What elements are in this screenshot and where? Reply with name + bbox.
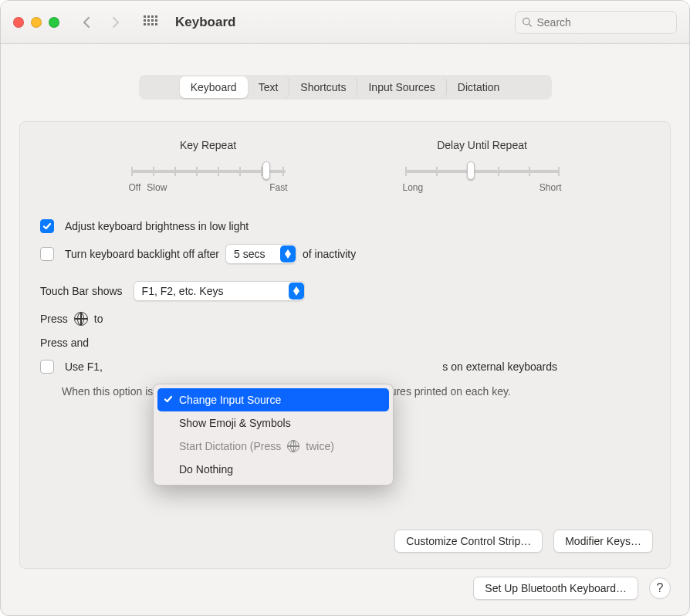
- brightness-label: Adjust keyboard brightness in low light: [65, 220, 249, 232]
- dropdown-option-label: Do Nothing: [179, 463, 233, 476]
- zoom-window-button[interactable]: [49, 17, 59, 28]
- customize-control-strip-button[interactable]: Customize Control Strip…: [394, 530, 543, 553]
- dropdown-option-show-emoji[interactable]: Show Emoji & Symbols: [157, 411, 389, 435]
- minimize-window-button[interactable]: [31, 17, 42, 28]
- svg-marker-17: [293, 291, 299, 296]
- window-title: Keyboard: [175, 15, 235, 30]
- preferences-window: Keyboard Keyboard Text Shortcuts Input S…: [0, 0, 690, 616]
- fkeys-label-before: Use F1,: [65, 360, 103, 373]
- select-arrows-icon: [289, 283, 304, 300]
- tab-bar: Keyboard Text Shortcuts Input Sources Di…: [139, 75, 552, 100]
- dropdown-option-label: Change Input Source: [179, 394, 281, 406]
- grid-icon: [144, 15, 157, 29]
- press-globe-before: Press: [40, 313, 68, 325]
- backlight-checkbox[interactable]: [40, 247, 54, 261]
- delay-repeat-group: Delay Until Repeat Long Short: [360, 139, 604, 193]
- titlebar: Keyboard: [1, 1, 689, 44]
- globe-icon: [74, 312, 88, 326]
- fkeys-checkbox[interactable]: [40, 360, 54, 374]
- svg-rect-3: [155, 15, 157, 18]
- search-input[interactable]: [536, 16, 670, 29]
- svg-rect-2: [151, 15, 154, 18]
- window-controls: [13, 17, 59, 28]
- press-and-label: Press and: [40, 337, 89, 349]
- close-window-button[interactable]: [13, 17, 24, 28]
- checkmark-icon: [164, 394, 173, 406]
- key-repeat-fast-label: Fast: [269, 182, 287, 193]
- svg-rect-5: [147, 19, 150, 22]
- content-area: Keyboard Text Shortcuts Input Sources Di…: [1, 44, 689, 587]
- key-repeat-off-label: Off: [129, 182, 141, 193]
- window-footer: Set Up Bluetooth Keyboard… ?: [473, 577, 671, 600]
- press-and-row: Press and: [40, 337, 650, 349]
- select-arrows-icon: [280, 245, 296, 262]
- backlight-label-before: Turn keyboard backlight off after: [65, 248, 219, 260]
- tab-input-sources[interactable]: Input Sources: [357, 76, 446, 98]
- touchbar-row: Touch Bar shows F1, F2, etc. Keys: [40, 281, 650, 301]
- delay-long-label: Long: [403, 182, 424, 193]
- globe-icon: [287, 440, 299, 452]
- key-repeat-title: Key Repeat: [180, 139, 236, 151]
- backlight-row: Turn keyboard backlight off after 5 secs…: [40, 244, 650, 264]
- key-repeat-group: Key Repeat OffSlow Fast: [86, 139, 330, 193]
- dropdown-option-do-nothing[interactable]: Do Nothing: [157, 458, 389, 481]
- show-all-button[interactable]: [140, 12, 161, 33]
- svg-line-13: [529, 24, 531, 26]
- tab-dictation[interactable]: Dictation: [447, 76, 510, 98]
- panel-footer: Customize Control Strip… Modifier Keys…: [394, 530, 653, 553]
- svg-rect-6: [151, 19, 154, 22]
- brightness-row: Adjust keyboard brightness in low light: [40, 219, 650, 233]
- svg-marker-15: [285, 254, 291, 259]
- press-globe-after: to: [94, 313, 103, 325]
- touchbar-label: Touch Bar shows: [40, 285, 123, 297]
- help-button[interactable]: ?: [649, 577, 671, 599]
- backlight-label-after: of inactivity: [303, 248, 356, 260]
- svg-rect-0: [144, 15, 146, 18]
- forward-button[interactable]: [104, 12, 126, 33]
- keyboard-panel: Key Repeat OffSlow Fast De: [19, 121, 671, 569]
- backlight-timeout-select[interactable]: 5 secs: [225, 244, 296, 264]
- chevron-right-icon: [109, 16, 121, 29]
- backlight-timeout-value: 5 secs: [234, 248, 265, 260]
- sliders-row: Key Repeat OffSlow Fast De: [40, 139, 650, 193]
- dropdown-option-label: Show Emoji & Symbols: [179, 417, 291, 429]
- dropdown-option-label-after: twice): [306, 440, 334, 452]
- touchbar-select[interactable]: F1, F2, etc. Keys: [134, 281, 305, 301]
- fkeys-row: Use F1, s on external keyboards: [40, 360, 650, 374]
- svg-rect-4: [144, 19, 146, 22]
- search-field[interactable]: [515, 11, 677, 34]
- svg-rect-9: [147, 23, 150, 25]
- svg-point-12: [523, 18, 529, 24]
- touchbar-value: F1, F2, etc. Keys: [142, 285, 224, 297]
- dropdown-option-start-dictation: Start Dictation (Press twice): [157, 435, 389, 458]
- checkmark-icon: [42, 222, 52, 231]
- brightness-checkbox[interactable]: [40, 219, 54, 233]
- fkeys-label-after: s on external keyboards: [442, 360, 557, 373]
- tab-shortcuts[interactable]: Shortcuts: [289, 76, 357, 98]
- svg-rect-1: [147, 15, 150, 18]
- chevron-left-icon: [81, 16, 93, 29]
- modifier-keys-button[interactable]: Modifier Keys…: [553, 530, 653, 553]
- svg-rect-11: [155, 23, 157, 25]
- setup-bluetooth-keyboard-button[interactable]: Set Up Bluetooth Keyboard…: [473, 577, 638, 600]
- key-repeat-slow-label: Slow: [147, 182, 167, 193]
- search-icon: [522, 16, 532, 28]
- tab-text[interactable]: Text: [248, 76, 290, 98]
- key-repeat-slider[interactable]: [131, 162, 286, 179]
- press-globe-row: Press to: [40, 312, 650, 326]
- back-button[interactable]: [76, 12, 98, 33]
- svg-rect-7: [155, 19, 157, 22]
- delay-short-label: Short: [539, 182, 562, 193]
- delay-repeat-title: Delay Until Repeat: [437, 139, 527, 151]
- press-globe-dropdown: Change Input Source Show Emoji & Symbols…: [153, 384, 394, 486]
- dropdown-option-label-before: Start Dictation (Press: [179, 440, 281, 452]
- tab-keyboard[interactable]: Keyboard: [180, 76, 248, 98]
- svg-rect-8: [144, 23, 146, 25]
- delay-repeat-slider[interactable]: [405, 162, 560, 179]
- dropdown-option-change-input-source[interactable]: Change Input Source: [157, 388, 389, 411]
- svg-rect-10: [151, 23, 154, 25]
